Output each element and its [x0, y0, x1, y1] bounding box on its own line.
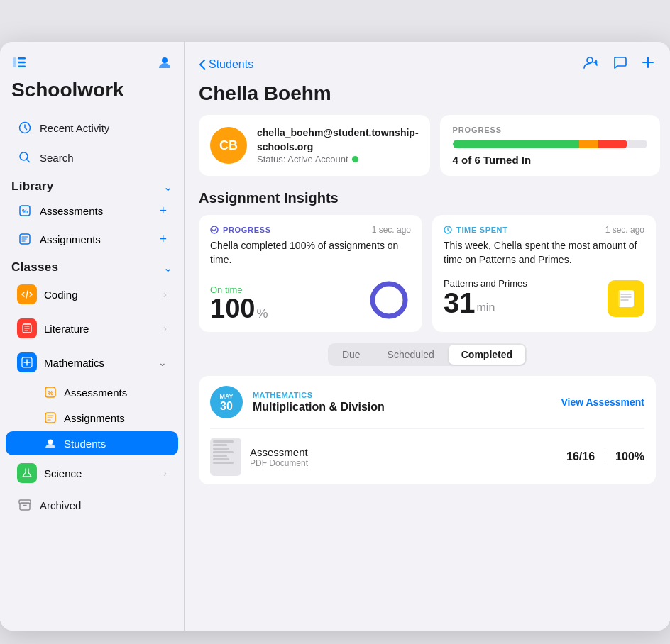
notebook-icon	[608, 280, 644, 317]
insight-progress-header: PROGRESS 1 sec. ago	[210, 225, 411, 235]
insight-progress-type: PROGRESS	[210, 226, 271, 234]
doc-line-4	[213, 451, 234, 453]
assignment-info: MATHEMATICS Multiplication & Division	[253, 391, 551, 413]
header-actions	[583, 55, 656, 74]
main-content: Students	[185, 42, 670, 631]
doc-line-6	[213, 458, 229, 460]
doc-line-1	[213, 440, 234, 443]
archived-label: Archived	[40, 499, 81, 511]
insight-card-time: TIME SPENT 1 sec. ago This week, Chella …	[432, 215, 656, 332]
item-name: Assessment	[250, 446, 558, 458]
insight-time-unit: min	[477, 301, 495, 314]
sidebar-item-search[interactable]: Search	[6, 143, 178, 172]
literature-chevron-icon: ›	[163, 323, 167, 334]
progress-card: PROGRESS 4 of 6 Turned In	[440, 115, 660, 176]
sidebar-item-archived[interactable]: Archived	[6, 491, 178, 519]
chat-button[interactable]	[612, 55, 627, 74]
classes-section-header: Classes ⌄	[0, 253, 184, 277]
science-class-icon	[17, 463, 37, 483]
math-assessments-label: Assessments	[64, 387, 127, 399]
literature-label: Literature	[44, 323, 89, 335]
svg-point-18	[587, 57, 593, 63]
student-name: Chella Boehm	[185, 79, 670, 115]
assignment-card: MAY 30 MATHEMATICS Multiplication & Divi…	[199, 376, 656, 484]
insight-progress-type-label: PROGRESS	[223, 226, 271, 234]
doc-preview	[210, 438, 241, 476]
main-header: Students	[185, 42, 670, 79]
tab-completed[interactable]: Completed	[449, 345, 525, 365]
sidebar-item-mathematics[interactable]: Mathematics ⌄	[6, 346, 178, 379]
sidebar-item-math-assignments[interactable]: Assignments	[6, 406, 178, 430]
doc-line-5	[213, 455, 227, 457]
coding-class-icon	[17, 284, 37, 304]
profile-button[interactable]	[157, 55, 172, 70]
archived-icon	[17, 497, 33, 513]
svg-point-4	[162, 57, 168, 63]
back-button[interactable]: Students	[199, 58, 253, 71]
doc-line-2	[213, 444, 227, 446]
mathematics-chevron-icon: ⌄	[158, 357, 167, 368]
insight-time-metric-value: 31	[444, 289, 476, 317]
search-icon	[17, 150, 33, 165]
sidebar-item-coding[interactable]: Coding ›	[6, 278, 178, 311]
progress-label: PROGRESS	[453, 126, 647, 134]
svg-rect-23	[618, 290, 634, 307]
classes-label: Classes	[11, 260, 58, 274]
sidebar-toggle-button[interactable]	[11, 55, 27, 70]
tab-scheduled[interactable]: Scheduled	[375, 345, 447, 365]
sidebar-top	[0, 42, 184, 76]
assignments-icon	[17, 231, 33, 247]
student-email: chella_boehm@student.township-schools.or…	[257, 126, 419, 154]
doc-line-3	[213, 448, 229, 450]
svg-rect-24	[617, 290, 620, 307]
item-score: 16/16 100%	[566, 450, 644, 464]
add-button[interactable]	[640, 55, 656, 74]
coding-label: Coding	[44, 289, 78, 301]
svg-point-21	[373, 284, 405, 316]
svg-point-19	[211, 226, 218, 233]
insight-time-desc: This week, Chella spent the most amount …	[444, 239, 644, 267]
sidebar-item-assignments[interactable]: Assignments +	[6, 226, 178, 252]
progress-text: 4 of 6 Turned In	[453, 154, 647, 166]
sidebar-item-math-assessments[interactable]: % Assessments	[6, 380, 178, 404]
progress-bar-red	[598, 140, 627, 148]
svg-rect-0	[13, 57, 16, 67]
insights-title: Assignment Insights	[185, 187, 670, 215]
add-assessment-button[interactable]: +	[159, 204, 167, 217]
math-students-label: Students	[64, 438, 106, 450]
assignment-list: MAY 30 MATHEMATICS Multiplication & Divi…	[185, 376, 670, 499]
doc-line-7	[213, 462, 234, 464]
insight-time-type-label: TIME SPENT	[456, 226, 508, 234]
classes-toggle[interactable]: ⌄	[163, 261, 172, 274]
tab-due[interactable]: Due	[329, 345, 373, 365]
assignments-label: Assignments	[40, 233, 101, 245]
date-day: 30	[220, 401, 233, 412]
math-assignments-label: Assignments	[64, 412, 125, 424]
info-row: CB chella_boehm@student.township-schools…	[185, 115, 670, 187]
tab-group: Due Scheduled Completed	[328, 343, 527, 366]
donut-chart	[367, 278, 411, 322]
science-chevron-icon: ›	[163, 467, 167, 479]
search-label: Search	[40, 152, 74, 164]
add-student-button[interactable]	[583, 55, 599, 74]
svg-point-15	[48, 440, 53, 445]
assignment-name: Multiplication & Division	[253, 401, 551, 413]
avatar: CB	[210, 127, 247, 164]
sidebar: Schoolwork Recent Activity Search	[0, 42, 185, 631]
score-divider	[605, 450, 605, 464]
sidebar-item-literature[interactable]: Literature ›	[6, 312, 178, 345]
insight-card-progress: PROGRESS 1 sec. ago Chella completed 100…	[199, 215, 422, 332]
literature-class-icon	[17, 318, 37, 338]
progress-bar	[453, 140, 647, 148]
coding-chevron-icon: ›	[163, 289, 167, 300]
view-assessment-button[interactable]: View Assessment	[561, 396, 644, 408]
sidebar-item-recent-activity[interactable]: Recent Activity	[6, 113, 178, 142]
score-percent: 100%	[615, 450, 644, 463]
add-assignment-button[interactable]: +	[159, 233, 167, 245]
library-toggle[interactable]: ⌄	[163, 180, 172, 194]
sidebar-item-math-students[interactable]: Students	[6, 431, 178, 455]
sidebar-item-assessments[interactable]: % Assessments +	[6, 197, 178, 224]
insight-time-header: TIME SPENT 1 sec. ago	[444, 225, 644, 235]
sidebar-item-science[interactable]: Science ›	[6, 457, 178, 489]
svg-point-6	[20, 152, 28, 160]
